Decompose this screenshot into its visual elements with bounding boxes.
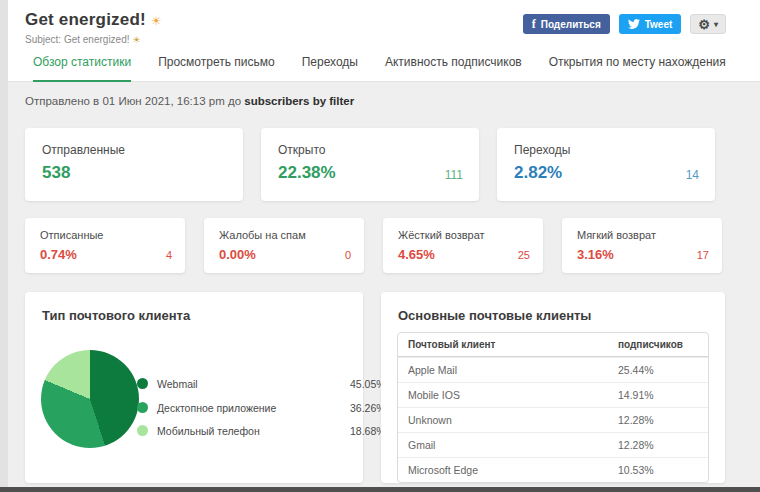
tweet-label: Tweet bbox=[645, 19, 673, 30]
facebook-share-button[interactable]: f Поделиться bbox=[523, 14, 610, 34]
legend-dot-icon bbox=[137, 425, 148, 436]
table-row: Apple Mail 25.44% bbox=[398, 357, 708, 382]
stat-label: Открыто bbox=[278, 143, 325, 157]
client-percent: 12.28% bbox=[608, 414, 708, 426]
stat-count: 0 bbox=[345, 249, 351, 261]
column-header-subscribers: подписчиков bbox=[608, 339, 708, 350]
sent-info-audience: subscribers by filter bbox=[244, 95, 354, 107]
stat-label: Переходы bbox=[514, 143, 570, 157]
legend-label: Десктопное приложение bbox=[157, 402, 276, 414]
facebook-icon: f bbox=[532, 17, 536, 32]
client-name: Mobile IOS bbox=[398, 389, 608, 401]
tab-subscriber-activity[interactable]: Активность подписчиков bbox=[385, 55, 522, 82]
stat-count: 14 bbox=[686, 168, 699, 182]
top-clients-panel: Основные почтовые клиенты Почтовый клиен… bbox=[381, 292, 725, 483]
stat-label: Жалобы на спам bbox=[219, 229, 306, 241]
legend-label: Webmail bbox=[157, 378, 198, 390]
sent-info: Отправлено в 01 Июн 2021, 16:13 pm до su… bbox=[25, 95, 354, 107]
stat-value: 2.82% bbox=[514, 163, 562, 183]
stat-count: 4 bbox=[166, 249, 172, 261]
table-header-row: Почтовый клиент подписчиков bbox=[398, 333, 708, 357]
stat-card-opened: Открыто 22.38% 111 bbox=[261, 128, 479, 201]
stat-card-spam-complaints: Жалобы на спам 0.00% 0 bbox=[204, 218, 364, 273]
column-header-client: Почтовый клиент bbox=[398, 339, 608, 350]
client-type-panel: Тип почтового клиента Webmail 45.05% Дес… bbox=[25, 292, 363, 483]
stat-card-sent: Отправленные 538 bbox=[25, 128, 243, 201]
stat-card-soft-bounce: Мягкий возврат 3.16% 17 bbox=[562, 218, 722, 273]
table-row: Mobile IOS 14.91% bbox=[398, 382, 708, 407]
sun-emoji-small-icon: ☀ bbox=[132, 35, 140, 45]
client-name: Microsoft Edge bbox=[398, 464, 608, 476]
gear-icon: ⚙ bbox=[698, 18, 710, 31]
client-percent: 14.91% bbox=[608, 389, 708, 401]
subject-line: Subject: Get energized! ☀ bbox=[25, 34, 140, 45]
stat-label: Отписанные bbox=[40, 229, 104, 241]
table-row: Microsoft Edge 10.53% bbox=[398, 457, 708, 482]
client-type-title: Тип почтового клиента bbox=[42, 308, 190, 323]
client-name: Gmail bbox=[398, 439, 608, 451]
stat-label: Мягкий возврат bbox=[577, 229, 656, 241]
sent-info-prefix: Отправлено в 01 Июн 2021, 16:13 pm до bbox=[25, 95, 241, 107]
settings-dropdown-button[interactable]: ⚙ ▾ bbox=[690, 14, 726, 34]
header: Get energized! ☀ Subject: Get energized!… bbox=[8, 0, 760, 82]
stat-card-hard-bounce: Жёсткий возврат 4.65% 25 bbox=[383, 218, 543, 273]
legend-dot-icon bbox=[137, 402, 148, 413]
stat-label: Отправленные bbox=[42, 143, 125, 157]
client-type-pie bbox=[41, 350, 139, 448]
left-gutter bbox=[0, 0, 8, 492]
stat-label: Жёсткий возврат bbox=[398, 229, 485, 241]
stat-count: 25 bbox=[518, 249, 530, 261]
client-percent: 10.53% bbox=[608, 464, 708, 476]
table-row: Gmail 12.28% bbox=[398, 432, 708, 457]
top-clients-title: Основные почтовые клиенты bbox=[398, 308, 591, 323]
stat-card-unsubscribed: Отписанные 0.74% 4 bbox=[25, 218, 185, 273]
facebook-share-label: Поделиться bbox=[541, 19, 601, 30]
tweet-button[interactable]: Tweet bbox=[619, 14, 682, 34]
campaign-title-text: Get energized! bbox=[25, 10, 146, 29]
client-name: Unknown bbox=[398, 414, 608, 426]
content: Отправлено в 01 Июн 2021, 16:13 pm до su… bbox=[8, 82, 760, 487]
stat-value: 22.38% bbox=[278, 163, 336, 183]
stat-count: 111 bbox=[445, 168, 463, 182]
stat-value: 0.74% bbox=[40, 247, 77, 262]
table-row: Unknown 12.28% bbox=[398, 407, 708, 432]
client-name: Apple Mail bbox=[398, 364, 608, 376]
legend-dot-icon bbox=[137, 378, 148, 389]
tab-opens-by-location[interactable]: Открытия по месту нахождения bbox=[549, 55, 726, 82]
window-bottom-edge bbox=[0, 487, 760, 492]
header-actions: f Поделиться Tweet ⚙ ▾ bbox=[523, 14, 726, 34]
legend-item-webmail: Webmail 45.05% bbox=[137, 377, 198, 390]
tab-clicks[interactable]: Переходы bbox=[302, 55, 358, 82]
tab-view-email[interactable]: Просмотреть письмо bbox=[158, 55, 275, 82]
stat-count: 17 bbox=[697, 249, 709, 261]
sun-emoji-icon: ☀ bbox=[151, 14, 162, 28]
subject-text: Subject: Get energized! bbox=[25, 34, 130, 45]
legend-item-mobile: Мобильный телефон 18.68% bbox=[137, 424, 260, 437]
stat-value: 538 bbox=[42, 163, 70, 183]
client-percent: 25.44% bbox=[608, 364, 708, 376]
stat-card-clicks: Переходы 2.82% 14 bbox=[497, 128, 715, 201]
page-title: Get energized! ☀ bbox=[25, 10, 162, 30]
tab-stats-overview[interactable]: Обзор статистики bbox=[33, 55, 131, 82]
legend-label: Мобильный телефон bbox=[157, 425, 260, 437]
legend-item-desktop: Десктопное приложение 36.26% bbox=[137, 401, 276, 414]
client-percent: 12.28% bbox=[608, 439, 708, 451]
twitter-icon bbox=[628, 18, 640, 30]
stat-value: 0.00% bbox=[219, 247, 256, 262]
caret-down-icon: ▾ bbox=[714, 20, 718, 29]
tab-bar: Обзор статистики Просмотреть письмо Пере… bbox=[33, 55, 753, 82]
stat-value: 4.65% bbox=[398, 247, 435, 262]
top-clients-table: Почтовый клиент подписчиков Apple Mail 2… bbox=[397, 332, 709, 483]
stat-value: 3.16% bbox=[577, 247, 614, 262]
